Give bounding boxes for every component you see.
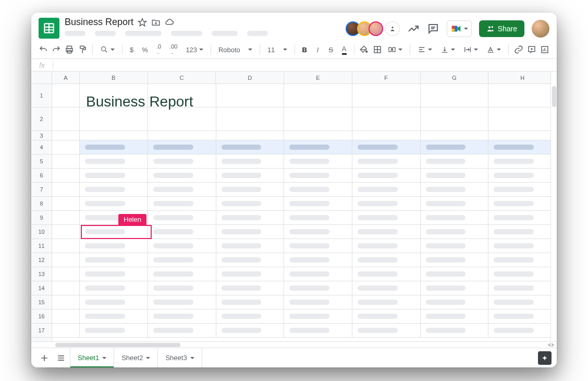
cell-C13[interactable] bbox=[148, 267, 216, 281]
cell-A6[interactable] bbox=[52, 169, 80, 182]
row-header-17[interactable]: 17 bbox=[31, 324, 52, 338]
move-folder-icon[interactable] bbox=[151, 18, 161, 27]
h-align-dropdown[interactable] bbox=[414, 43, 435, 56]
cell-H4[interactable] bbox=[488, 140, 557, 154]
cell-E11[interactable] bbox=[284, 239, 352, 253]
cell-A3[interactable] bbox=[52, 131, 80, 140]
cell-G9[interactable] bbox=[421, 211, 489, 224]
cell-E16[interactable] bbox=[284, 309, 352, 323]
insert-chart-icon[interactable] bbox=[540, 43, 550, 56]
table-row[interactable] bbox=[52, 324, 557, 338]
cell-F10[interactable] bbox=[352, 225, 421, 239]
col-header-H[interactable]: H bbox=[488, 72, 557, 84]
col-header-F[interactable]: F bbox=[352, 72, 421, 84]
cell-B13[interactable] bbox=[80, 267, 148, 281]
cell-H2[interactable] bbox=[488, 108, 557, 130]
strikethrough-button[interactable]: S bbox=[325, 43, 336, 56]
meet-button[interactable] bbox=[447, 20, 472, 37]
cell-A4[interactable] bbox=[52, 140, 80, 154]
text-color-button[interactable]: A bbox=[339, 43, 350, 56]
v-align-dropdown[interactable] bbox=[437, 43, 458, 56]
cell-H8[interactable] bbox=[488, 197, 557, 210]
cell-D8[interactable] bbox=[216, 197, 285, 210]
insert-link-icon[interactable] bbox=[513, 43, 524, 56]
cell-E14[interactable] bbox=[284, 281, 352, 295]
cell-C7[interactable] bbox=[148, 183, 216, 196]
cell-B4[interactable] bbox=[80, 140, 148, 154]
cell-A10[interactable] bbox=[52, 225, 80, 239]
cell-C2[interactable] bbox=[148, 108, 216, 130]
sheet-tab[interactable]: Sheet2 bbox=[114, 348, 158, 368]
cell-D15[interactable] bbox=[216, 295, 285, 309]
row-header-4[interactable]: 4 bbox=[31, 140, 52, 154]
cell-D2[interactable] bbox=[216, 108, 285, 130]
row-header-7[interactable]: 7 bbox=[31, 183, 52, 197]
cell-D12[interactable] bbox=[216, 253, 285, 267]
cell-C17[interactable] bbox=[148, 324, 216, 337]
table-row[interactable] bbox=[52, 131, 557, 140]
cell-C16[interactable] bbox=[148, 309, 216, 323]
cell-A2[interactable] bbox=[52, 108, 80, 130]
cell-E2[interactable] bbox=[284, 108, 352, 130]
horizontal-scrollbar[interactable] bbox=[31, 341, 557, 348]
row-header-8[interactable]: 8 bbox=[31, 197, 52, 211]
cell-C14[interactable] bbox=[148, 281, 216, 295]
cell-G10[interactable] bbox=[421, 225, 489, 239]
cell-B11[interactable] bbox=[80, 239, 148, 253]
row-header-9[interactable]: 9 bbox=[31, 211, 52, 225]
cell-A12[interactable] bbox=[52, 253, 80, 267]
cell-H16[interactable] bbox=[488, 309, 557, 323]
cell-A16[interactable] bbox=[52, 309, 80, 323]
cell-F6[interactable] bbox=[352, 169, 421, 182]
menubar[interactable] bbox=[65, 31, 344, 36]
cell-D6[interactable] bbox=[216, 169, 285, 182]
col-header-B[interactable]: B bbox=[80, 72, 148, 84]
cell-G4[interactable] bbox=[421, 140, 489, 154]
cell-A17[interactable] bbox=[52, 324, 80, 337]
cell-A5[interactable] bbox=[52, 154, 80, 168]
cell-E9[interactable] bbox=[284, 211, 352, 224]
cell-D1[interactable] bbox=[216, 84, 285, 107]
cell-A15[interactable] bbox=[52, 295, 80, 309]
borders-button[interactable] bbox=[372, 43, 383, 56]
cell-F1[interactable] bbox=[352, 84, 421, 107]
cell-A8[interactable] bbox=[52, 197, 80, 210]
vertical-scrollbar[interactable] bbox=[550, 72, 557, 341]
cell-B2[interactable] bbox=[80, 108, 148, 130]
row-header-10[interactable]: 10 bbox=[31, 225, 52, 239]
row-header-1[interactable]: 1 bbox=[31, 84, 52, 108]
cell-B7[interactable] bbox=[80, 183, 148, 196]
avatar[interactable] bbox=[369, 21, 383, 36]
cell-A14[interactable] bbox=[52, 281, 80, 295]
cell-H1[interactable] bbox=[488, 84, 557, 107]
table-row[interactable] bbox=[52, 169, 557, 183]
cell-H15[interactable] bbox=[488, 295, 557, 309]
account-avatar[interactable] bbox=[532, 20, 549, 38]
cell-D13[interactable] bbox=[216, 267, 285, 281]
currency-format[interactable]: $ bbox=[127, 43, 137, 56]
cell-F8[interactable] bbox=[352, 197, 421, 210]
cell-C10[interactable] bbox=[148, 225, 216, 239]
share-button[interactable]: Share bbox=[479, 20, 524, 37]
row-header-14[interactable]: 14 bbox=[31, 281, 52, 295]
increase-decimal[interactable]: .00→ bbox=[166, 43, 180, 56]
cell-E13[interactable] bbox=[284, 267, 352, 281]
row-header-5[interactable]: 5 bbox=[31, 154, 52, 169]
cell-A13[interactable] bbox=[52, 267, 80, 281]
row-header-16[interactable]: 16 bbox=[31, 309, 52, 324]
row-header-15[interactable]: 15 bbox=[31, 295, 52, 309]
cell-D3[interactable] bbox=[216, 131, 285, 140]
cell-E17[interactable] bbox=[284, 324, 352, 337]
more-formats-dropdown[interactable]: 123 bbox=[182, 43, 206, 56]
cell-B3[interactable] bbox=[80, 131, 148, 140]
cell-C4[interactable] bbox=[148, 140, 216, 154]
row-header-13[interactable]: 13 bbox=[31, 267, 52, 281]
cell-H10[interactable] bbox=[488, 225, 557, 239]
cell-E3[interactable] bbox=[284, 131, 352, 140]
cell-E6[interactable] bbox=[284, 169, 352, 182]
table-row[interactable] bbox=[52, 140, 557, 154]
table-row[interactable] bbox=[52, 154, 557, 169]
cell-E7[interactable] bbox=[284, 183, 352, 196]
cell-B5[interactable] bbox=[80, 154, 148, 168]
text-rotation-dropdown[interactable] bbox=[483, 43, 504, 56]
